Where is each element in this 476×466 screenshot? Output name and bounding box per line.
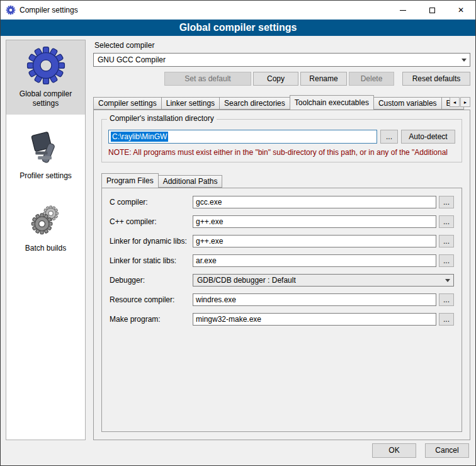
profiler-tool-icon xyxy=(26,127,66,168)
field-row: Linker for static libs: ar.exe ... xyxy=(110,254,454,267)
blue-gear-icon xyxy=(26,45,66,86)
installation-directory-group: Compiler's installation directory C:\ray… xyxy=(101,119,462,162)
tab-toolchain-executables[interactable]: Toolchain executables xyxy=(290,95,374,110)
set-as-default-button[interactable]: Set as default xyxy=(164,72,251,86)
cpp-compiler-label: C++ compiler: xyxy=(110,217,193,226)
chevron-down-icon xyxy=(445,279,450,282)
auto-detect-button[interactable]: Auto-detect xyxy=(401,130,455,144)
field-row: C compiler: gcc.exe ... xyxy=(110,196,454,208)
dialog-footer: OK Cancel xyxy=(1,440,475,465)
window-title: Compiler settings xyxy=(20,6,78,14)
c-compiler-browse-button[interactable]: ... xyxy=(439,196,454,208)
sidebar-item-profiler-settings[interactable]: Profiler settings xyxy=(6,122,85,187)
static-linker-label: Linker for static libs: xyxy=(110,256,193,265)
delete-button[interactable]: Delete xyxy=(349,72,394,86)
installation-directory-input[interactable]: C:\raylib\MinGW xyxy=(108,130,377,144)
field-row: Linker for dynamic libs: g++.exe ... xyxy=(110,235,454,247)
settings-sidebar: Global compiler settings Profiler settin… xyxy=(6,40,86,440)
make-program-input[interactable]: mingw32-make.exe xyxy=(193,313,436,326)
make-program-browse-button[interactable]: ... xyxy=(439,313,454,326)
app-gear-icon xyxy=(6,5,16,15)
selected-compiler-value: GNU GCC Compiler xyxy=(98,55,459,64)
tab-custom-variables[interactable]: Custom variables xyxy=(373,97,442,110)
installation-note: NOTE: All programs must exist either in … xyxy=(108,148,455,157)
close-button[interactable]: ✕ xyxy=(446,1,475,20)
tab-additional-paths[interactable]: Additional Paths xyxy=(158,175,223,188)
sidebar-item-global-compiler-settings[interactable]: Global compiler settings xyxy=(6,40,85,115)
dynamic-linker-label: Linker for dynamic libs: xyxy=(110,237,193,246)
c-compiler-label: C compiler: xyxy=(110,198,193,207)
program-files-panel: C compiler: gcc.exe ... C++ compiler: g+… xyxy=(101,188,462,432)
cpp-compiler-browse-button[interactable]: ... xyxy=(439,215,454,228)
dynamic-linker-input[interactable]: g++.exe xyxy=(193,235,436,247)
debugger-value: GDB/CDB debugger : Default xyxy=(197,276,443,285)
sidebar-item-label: Profiler settings xyxy=(20,171,72,181)
debugger-select[interactable]: GDB/CDB debugger : Default xyxy=(193,274,454,287)
resource-compiler-label: Resource compiler: xyxy=(110,295,193,304)
chevron-down-icon xyxy=(462,59,467,62)
toolchain-executables-panel: Compiler's installation directory C:\ray… xyxy=(93,110,470,440)
titlebar: Compiler settings ✕ xyxy=(1,1,475,20)
tab-search-directories[interactable]: Search directories xyxy=(219,97,290,110)
tab-linker-settings[interactable]: Linker settings xyxy=(161,97,220,110)
field-row: Debugger: GDB/CDB debugger : Default xyxy=(110,274,454,287)
dynamic-linker-browse-button[interactable]: ... xyxy=(439,235,454,247)
sidebar-item-batch-builds[interactable]: Batch builds xyxy=(6,195,85,259)
installation-directory-value: C:\raylib\MinGW xyxy=(111,132,168,142)
sidebar-item-label: Global compiler settings xyxy=(8,89,84,108)
dialog-header: Global compiler settings xyxy=(1,20,475,36)
tab-compiler-settings[interactable]: Compiler settings xyxy=(93,97,162,110)
maximize-button[interactable] xyxy=(417,1,446,20)
browse-directory-button[interactable]: ... xyxy=(380,130,398,144)
programs-tabstrip: Program Files Additional Paths xyxy=(101,173,462,188)
tabs-scroll-left-button[interactable]: ◄ xyxy=(450,97,460,107)
selected-compiler-label: Selected compiler xyxy=(94,41,470,50)
cancel-button[interactable]: Cancel xyxy=(425,443,469,458)
selected-compiler-select[interactable]: GNU GCC Compiler xyxy=(93,53,470,67)
minimize-button[interactable] xyxy=(388,1,417,20)
reset-defaults-button[interactable]: Reset defaults xyxy=(402,72,470,86)
copy-button[interactable]: Copy xyxy=(253,72,298,86)
minimize-icon xyxy=(400,10,406,11)
sidebar-item-label: Batch builds xyxy=(25,244,66,253)
static-linker-input[interactable]: ar.exe xyxy=(193,254,436,267)
tabs-scroll-right-button[interactable]: ► xyxy=(460,97,470,107)
c-compiler-input[interactable]: gcc.exe xyxy=(193,196,436,208)
resource-compiler-browse-button[interactable]: ... xyxy=(439,293,454,306)
tab-program-files[interactable]: Program Files xyxy=(101,173,159,188)
compiler-settings-window: Compiler settings ✕ Global compiler sett… xyxy=(0,0,476,466)
field-row: Make program: mingw32-make.exe ... xyxy=(110,313,454,326)
installation-directory-group-title: Compiler's installation directory xyxy=(107,114,217,123)
field-row: Resource compiler: windres.exe ... xyxy=(110,293,454,306)
static-linker-browse-button[interactable]: ... xyxy=(439,254,454,267)
cpp-compiler-input[interactable]: g++.exe xyxy=(193,215,436,228)
debugger-label: Debugger: xyxy=(110,276,193,285)
close-icon: ✕ xyxy=(458,6,464,14)
settings-tabstrip: Compiler settings Linker settings Search… xyxy=(93,94,470,110)
maximize-icon xyxy=(429,8,435,13)
ok-button[interactable]: OK xyxy=(372,443,416,458)
field-row: C++ compiler: g++.exe ... xyxy=(110,215,454,228)
gray-gears-icon xyxy=(26,200,66,240)
rename-button[interactable]: Rename xyxy=(300,72,347,86)
resource-compiler-input[interactable]: windres.exe xyxy=(193,293,436,306)
make-program-label: Make program: xyxy=(110,315,193,324)
